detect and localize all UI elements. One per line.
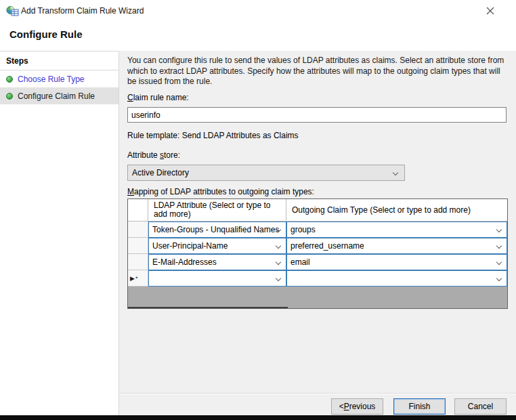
table-row: Token-Groups - Unqualified Names groups [128,222,507,238]
step-label: Configure Claim Rule [18,91,95,101]
close-icon [486,7,494,15]
attribute-store-label: Attribute store: [127,150,180,160]
finish-button[interactable]: Finish [393,398,446,415]
step-item-configure-claim-rule[interactable]: Configure Claim Rule [0,87,119,104]
steps-sidebar: Steps Choose Rule Type Configure Claim R… [0,51,119,415]
green-dot-icon [6,93,13,100]
table-new-row: ▶* [128,270,507,287]
claim-rule-wizard-icon [6,5,19,17]
cancel-button[interactable]: Cancel [454,398,507,415]
step-label: Choose Rule Type [18,75,85,84]
green-dot-icon [6,76,13,83]
row-selector-header [128,199,148,222]
footer-divider [119,393,516,394]
chevron-down-icon [496,276,502,281]
claim-rule-name-label: Claim rule name: [127,93,189,102]
attribute-store-value: Active Directory [132,168,189,177]
ldap-mapping-table: LDAP Attribute (Select or type to add mo… [127,198,508,309]
steps-header: Steps [0,51,119,70]
outgoing-claim-type-dropdown[interactable]: preferred_username [286,238,507,254]
title-bar: Add Transform Claim Rule Wizard [0,0,516,23]
table-header-row: LDAP Attribute (Select or type to add mo… [128,199,507,222]
screen-bottom-edge [0,415,516,420]
outgoing-claim-type-dropdown[interactable]: groups [286,222,507,238]
ldap-attribute-dropdown[interactable]: Token-Groups - Unqualified Names [148,222,286,238]
new-row-indicator[interactable]: ▶* [128,270,148,287]
outgoing-claim-type-dropdown[interactable]: email [286,254,507,270]
table-row: E-Mail-Addresses email [128,254,507,270]
chevron-down-icon [276,259,281,265]
row-selector[interactable] [128,222,148,238]
chevron-down-icon [496,259,502,265]
page-title: Configure Rule [9,28,83,40]
rule-description: You can configure this rule to send the … [127,56,511,87]
attribute-store-dropdown[interactable]: Active Directory [127,165,405,181]
claim-rule-name-input[interactable] [127,107,507,123]
chevron-down-icon [496,243,502,249]
table-row: User-Principal-Name preferred_username [128,238,507,254]
chevron-down-icon [496,227,502,232]
close-button[interactable] [474,0,507,22]
outgoing-claim-type-dropdown[interactable] [286,270,507,287]
step-item-choose-rule-type[interactable]: Choose Rule Type [0,70,119,87]
table-bottom-edge [128,307,288,308]
chevron-down-icon [276,276,281,281]
mapping-label: Mapping of LDAP attributes to outgoing c… [127,187,314,196]
row-selector[interactable] [128,254,148,270]
window-title: Add Transform Claim Rule Wizard [21,6,144,16]
chevron-down-icon [393,170,398,175]
ldap-attribute-dropdown[interactable]: User-Principal-Name [148,238,286,254]
rule-template-text: Rule template: Send LDAP Attributes as C… [127,131,299,140]
chevron-down-icon [276,243,281,249]
content-panel: You can configure this rule to send the … [119,51,516,415]
ldap-attribute-dropdown[interactable]: E-Mail-Addresses [148,254,286,270]
outgoing-claim-type-column-header: Outgoing Claim Type (Select or type to a… [286,199,507,222]
previous-button[interactable]: < Previous [331,398,383,415]
ldap-attribute-dropdown[interactable] [148,270,286,287]
row-selector[interactable] [128,238,148,254]
ldap-attribute-column-header: LDAP Attribute (Select or type to add mo… [148,199,286,222]
